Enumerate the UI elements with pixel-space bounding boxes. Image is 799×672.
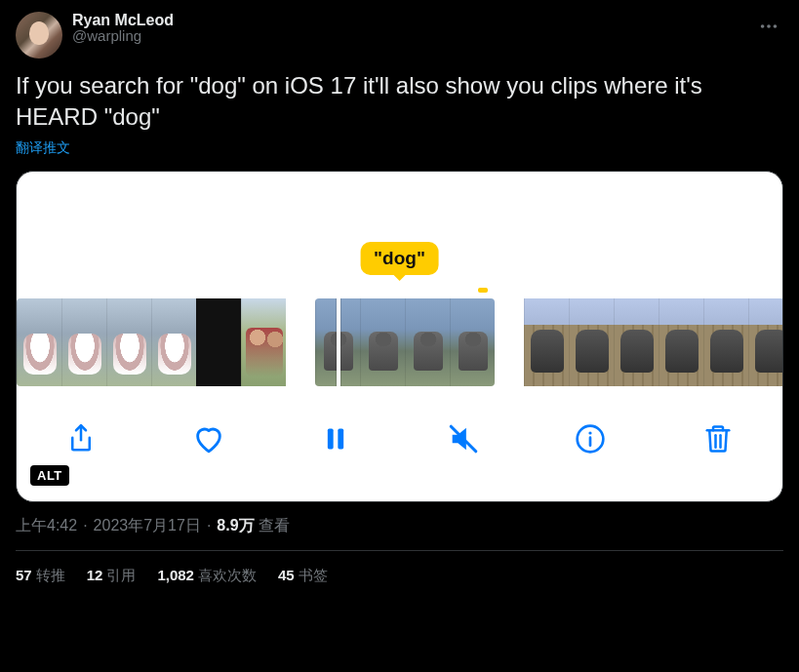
timeline-frame (524, 298, 569, 386)
timeline-frame (241, 298, 286, 386)
video-timeline[interactable] (17, 298, 782, 386)
timeline-frame (614, 298, 659, 386)
more-icon[interactable] (754, 12, 783, 41)
timeline-frame (61, 298, 106, 386)
clip-group[interactable] (17, 298, 286, 386)
separator: · (207, 517, 211, 534)
playhead-marker (478, 288, 488, 293)
views[interactable]: 8.9万 查看 (217, 516, 290, 536)
tweet-text: If you search for "dog" on iOS 17 it'll … (16, 70, 783, 134)
timeline-frame (748, 298, 783, 386)
stat-count: 57 (16, 567, 32, 583)
stat-likes[interactable]: 1,082喜欢次数 (157, 567, 257, 585)
share-icon[interactable] (61, 419, 100, 458)
time[interactable]: 上午4:42 (16, 516, 77, 536)
heart-icon[interactable] (189, 419, 228, 458)
svg-rect-3 (328, 428, 334, 449)
svg-point-2 (774, 24, 778, 28)
timeline-frame (196, 298, 241, 386)
timeline-frame (703, 298, 748, 386)
svg-point-0 (761, 24, 765, 28)
svg-point-9 (589, 431, 592, 434)
timeline-frame (569, 298, 614, 386)
timeline-frame (17, 298, 61, 386)
media-toolbar (17, 410, 782, 468)
pause-icon[interactable] (316, 419, 355, 458)
clip-group-active[interactable] (315, 298, 495, 386)
timeline-frame (360, 298, 405, 386)
views-label: 查看 (259, 517, 290, 534)
stat-label: 引用 (106, 567, 136, 583)
stat-count: 45 (278, 567, 295, 583)
separator: · (83, 517, 87, 534)
caption-bubble: "dog" (360, 242, 439, 275)
tweet-stats: 57转推 12引用 1,082喜欢次数 45书签 (16, 551, 783, 585)
stat-label: 书签 (299, 567, 328, 583)
avatar[interactable] (16, 12, 62, 59)
svg-rect-4 (339, 428, 344, 449)
stat-label: 喜欢次数 (198, 567, 257, 583)
translate-link[interactable]: 翻译推文 (16, 139, 783, 157)
playhead[interactable] (337, 298, 340, 386)
stat-quotes[interactable]: 12引用 (87, 567, 137, 585)
views-count: 8.9万 (217, 517, 254, 534)
tweet-header: Ryan McLeod @warpling (16, 12, 783, 59)
timeline-frame (106, 298, 151, 386)
tweet-container: Ryan McLeod @warpling If you search for … (0, 0, 799, 597)
clip-group[interactable] (524, 298, 783, 386)
timeline-frame (659, 298, 703, 386)
media-card[interactable]: "dog" (16, 171, 783, 502)
stat-count: 1,082 (157, 567, 194, 583)
stat-bookmarks[interactable]: 45书签 (278, 567, 328, 585)
stat-count: 12 (87, 567, 103, 583)
date[interactable]: 2023年7月17日 (94, 516, 201, 536)
author-block: Ryan McLeod @warpling (72, 12, 174, 44)
timeline-frame (450, 298, 495, 386)
stat-label: 转推 (36, 567, 65, 583)
timeline-frame (151, 298, 196, 386)
tweet-meta: 上午4:42 · 2023年7月17日 · 8.9万 查看 (16, 516, 783, 536)
timeline-frame (405, 298, 450, 386)
info-icon[interactable] (571, 419, 610, 458)
alt-badge[interactable]: ALT (30, 465, 69, 486)
stat-retweets[interactable]: 57转推 (16, 567, 65, 585)
handle[interactable]: @warpling (72, 27, 174, 44)
svg-point-1 (767, 24, 771, 28)
mute-icon[interactable] (444, 419, 483, 458)
trash-icon[interactable] (699, 419, 738, 458)
